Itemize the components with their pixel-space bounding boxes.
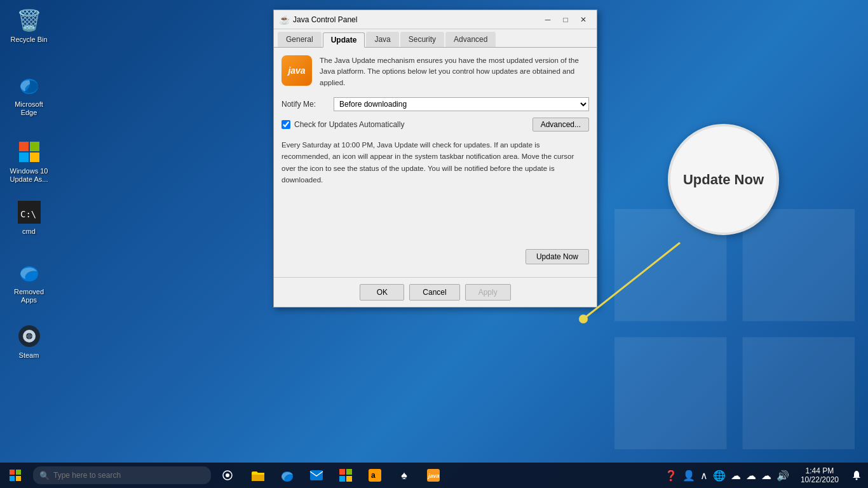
- window-title: Java Control Panel: [293, 15, 539, 24]
- removed-apps-icon: [17, 260, 42, 285]
- svg-rect-28: [346, 469, 352, 475]
- cloud2-tray-icon[interactable]: ☁: [746, 470, 756, 482]
- advanced-button[interactable]: Advanced...: [532, 118, 589, 132]
- notify-me-row: Notify Me: Before downloading Before ins…: [281, 97, 589, 111]
- svg-point-22: [226, 473, 229, 477]
- svg-rect-30: [346, 476, 352, 482]
- edge-icon: [17, 72, 42, 98]
- taskbar-search-icon: 🔍: [39, 471, 50, 480]
- system-tray: ❓ 👤 ∧ 🌐 ☁ ☁ ☁ 🔊: [660, 470, 794, 482]
- svg-rect-19: [10, 476, 15, 481]
- titlebar: ☕ Java Control Panel ─ □ ✕: [274, 10, 597, 29]
- tab-bar: General Update Java Security Advanced: [274, 29, 597, 48]
- recycle-bin-icon: 🗑️: [17, 8, 42, 33]
- steam-label: Steam: [19, 351, 39, 360]
- java-logo: java: [281, 55, 312, 86]
- taskbar-app-explorer[interactable]: [244, 463, 272, 488]
- tab-java[interactable]: Java: [366, 32, 398, 47]
- update-now-button[interactable]: Update Now: [526, 249, 589, 264]
- taskbar: 🔍: [0, 463, 868, 488]
- tab-update[interactable]: Update: [323, 32, 365, 48]
- removed-apps-label: RemovedApps: [14, 288, 44, 304]
- taskbar-app-edge[interactable]: [273, 463, 301, 488]
- check-updates-label: Check for Updates Automatically: [294, 120, 532, 129]
- notify-me-label: Notify Me:: [281, 100, 326, 109]
- tab-general[interactable]: General: [278, 32, 322, 47]
- svg-rect-29: [339, 476, 345, 482]
- java-description: The Java Update mechanism ensures you ha…: [320, 55, 589, 88]
- taskbar-app-mail[interactable]: [302, 463, 330, 488]
- svg-rect-8: [30, 152, 39, 162]
- tab-content: java The Java Update mechanism ensures y…: [274, 48, 597, 277]
- svg-rect-3: [743, 337, 855, 449]
- win-update-icon: [17, 139, 42, 165]
- person-tray-icon[interactable]: 👤: [682, 470, 695, 482]
- svg-point-35: [856, 478, 858, 480]
- taskbar-search-input[interactable]: [53, 471, 205, 480]
- question-tray-icon[interactable]: ❓: [665, 470, 677, 482]
- cancel-button[interactable]: Cancel: [409, 284, 459, 301]
- desktop-icon-win-update[interactable]: Windows 10Update As...: [5, 137, 53, 186]
- svg-rect-26: [310, 470, 323, 480]
- ok-button[interactable]: OK: [360, 284, 404, 301]
- apply-button[interactable]: Apply: [465, 284, 511, 301]
- notification-center-button[interactable]: [845, 463, 868, 488]
- check-updates-checkbox[interactable]: [281, 120, 290, 129]
- svg-rect-24: [252, 475, 264, 481]
- desktop-icon-removed-apps[interactable]: RemovedApps: [5, 257, 53, 307]
- notify-me-select[interactable]: Before downloading Before installing Aft…: [334, 97, 589, 111]
- desktop: 🗑️ Recycle Bin MicrosoftEdge Windows 10U…: [0, 0, 868, 488]
- svg-point-16: [579, 315, 588, 323]
- svg-rect-17: [10, 470, 15, 475]
- desktop-icon-recycle-bin[interactable]: 🗑️ Recycle Bin: [5, 5, 53, 46]
- network-tray-icon[interactable]: 🌐: [713, 470, 726, 482]
- cloud1-tray-icon[interactable]: ☁: [731, 470, 741, 482]
- windows-watermark: [601, 196, 868, 463]
- recycle-bin-label: Recycle Bin: [10, 36, 47, 44]
- annotation-update-now-label: Update Now: [683, 172, 764, 188]
- taskbar-app-spades[interactable]: ♠: [390, 463, 418, 488]
- taskbar-date: 10/22/2020: [801, 475, 839, 484]
- svg-rect-2: [614, 337, 726, 449]
- chevron-tray-icon[interactable]: ∧: [700, 470, 708, 482]
- taskbar-app-java[interactable]: java: [419, 463, 447, 488]
- svg-rect-27: [339, 469, 345, 475]
- java-header: java The Java Update mechanism ensures y…: [281, 55, 589, 88]
- taskbar-app-store[interactable]: [332, 463, 360, 488]
- dialog-footer: OK Cancel Apply: [274, 277, 597, 307]
- minimize-button[interactable]: ─: [539, 13, 556, 27]
- taskview-button[interactable]: [214, 463, 241, 488]
- volume-tray-icon[interactable]: 🔊: [776, 470, 789, 482]
- tab-advanced[interactable]: Advanced: [445, 32, 496, 47]
- win-update-label: Windows 10Update As...: [10, 167, 48, 184]
- cmd-label: cmd: [22, 227, 36, 236]
- check-updates-row: Check for Updates Automatically Advanced…: [281, 118, 589, 132]
- desktop-icon-edge[interactable]: MicrosoftEdge: [5, 70, 53, 119]
- svg-text:C:\: C:\: [20, 209, 36, 219]
- taskbar-clock[interactable]: 1:44 PM 10/22/2020: [794, 463, 845, 488]
- svg-text:java: java: [428, 473, 440, 479]
- svg-rect-20: [16, 476, 21, 481]
- edge-label: MicrosoftEdge: [15, 100, 43, 117]
- svg-rect-5: [19, 142, 29, 151]
- tab-security[interactable]: Security: [400, 32, 444, 47]
- window-controls: ─ □ ✕: [539, 13, 592, 27]
- desktop-icon-cmd[interactable]: C:\ cmd: [5, 197, 53, 238]
- svg-text:a: a: [371, 471, 376, 480]
- maximize-button[interactable]: □: [557, 13, 574, 27]
- steam-icon: [17, 323, 42, 349]
- svg-rect-18: [16, 470, 21, 475]
- java-control-panel-window: ☕ Java Control Panel ─ □ ✕ General Updat…: [273, 10, 597, 308]
- close-button[interactable]: ✕: [575, 13, 592, 27]
- taskbar-time: 1:44 PM: [806, 466, 834, 475]
- cmd-icon: C:\: [17, 200, 42, 225]
- desktop-icon-steam[interactable]: Steam: [5, 321, 53, 362]
- java-title-icon: ☕: [279, 15, 289, 25]
- svg-line-15: [583, 243, 680, 319]
- taskbar-app-amazon[interactable]: a: [361, 463, 389, 488]
- annotation-magnified-circle: Update Now: [668, 124, 779, 235]
- cloud3-tray-icon[interactable]: ☁: [761, 470, 771, 482]
- update-now-row: Update Now: [281, 249, 589, 264]
- start-button[interactable]: [0, 463, 31, 488]
- taskbar-search-box[interactable]: 🔍: [33, 466, 211, 484]
